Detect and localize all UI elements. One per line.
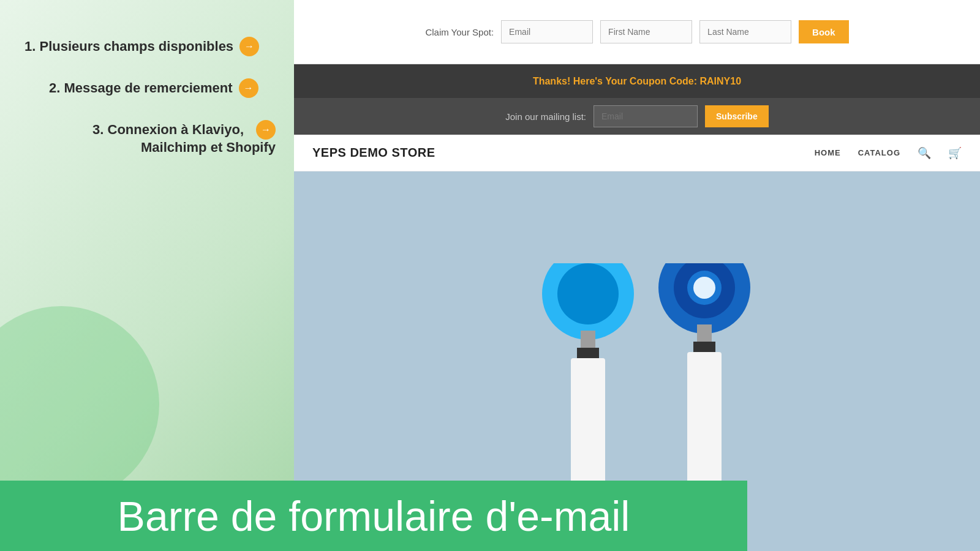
- svg-point-10: [693, 277, 715, 299]
- home-nav-link[interactable]: HOME: [815, 148, 841, 157]
- search-icon[interactable]: 🔍: [918, 146, 931, 160]
- mailing-label: Join our mailing list:: [505, 111, 586, 122]
- svg-rect-2: [581, 331, 595, 349]
- svg-rect-3: [577, 348, 599, 359]
- right-panel: Claim Your Spot: Book Thanks! Here's You…: [294, 0, 980, 551]
- bottom-title: Barre de formulaire d'e-mail: [118, 492, 630, 540]
- svg-rect-12: [693, 342, 715, 353]
- catalog-nav-link[interactable]: CATALOG: [858, 148, 900, 157]
- feature-2-text: 2. Message de remerciement: [49, 80, 233, 96]
- arrow-icon-3: [256, 120, 276, 140]
- svg-rect-11: [697, 324, 712, 343]
- store-name: YEPS DEMO STORE: [312, 146, 815, 160]
- store-nav: YEPS DEMO STORE HOME CATALOG 🔍 🛒: [294, 135, 980, 171]
- mailing-bar: Join our mailing list: Subscribe: [294, 98, 980, 135]
- arrow-icon-1: [239, 37, 259, 56]
- left-panel: 1. Plusieurs champs disponibles 2. Messa…: [0, 0, 300, 551]
- mailing-email-input[interactable]: [594, 105, 698, 127]
- claim-label: Claim Your Spot:: [425, 27, 494, 37]
- claim-firstname-input[interactable]: [600, 20, 692, 43]
- feature-3-text-line2: Mailchimp et Shopify: [129, 140, 276, 156]
- coupon-bar: Thanks! Here's Your Coupon Code: RAINY10: [294, 64, 980, 98]
- cart-icon[interactable]: 🛒: [948, 146, 962, 160]
- claim-bar: Claim Your Spot: Book: [294, 0, 980, 64]
- nav-links: HOME CATALOG 🔍 🛒: [815, 146, 962, 160]
- claim-lastname-input[interactable]: [699, 20, 791, 43]
- book-button[interactable]: Book: [799, 20, 849, 43]
- arrow-icon-2: [239, 78, 258, 98]
- feature-3-text: 3. Connexion à Klaviyo,: [92, 122, 244, 138]
- coupon-text: Thanks! Here's Your Coupon Code: RAINY10: [533, 76, 741, 87]
- bottom-bar: Barre de formulaire d'e-mail: [0, 481, 747, 551]
- claim-email-input[interactable]: [501, 20, 593, 43]
- svg-point-1: [557, 263, 619, 324]
- feature-item-3: 3. Connexion à Klaviyo, Mailchimp et Sho…: [24, 120, 276, 156]
- subscribe-button[interactable]: Subscribe: [705, 105, 769, 127]
- feature-item-2: 2. Message de remerciement: [24, 78, 276, 98]
- feature-1-text: 1. Plusieurs champs disponibles: [24, 39, 233, 54]
- feature-item-1: 1. Plusieurs champs disponibles: [24, 37, 276, 56]
